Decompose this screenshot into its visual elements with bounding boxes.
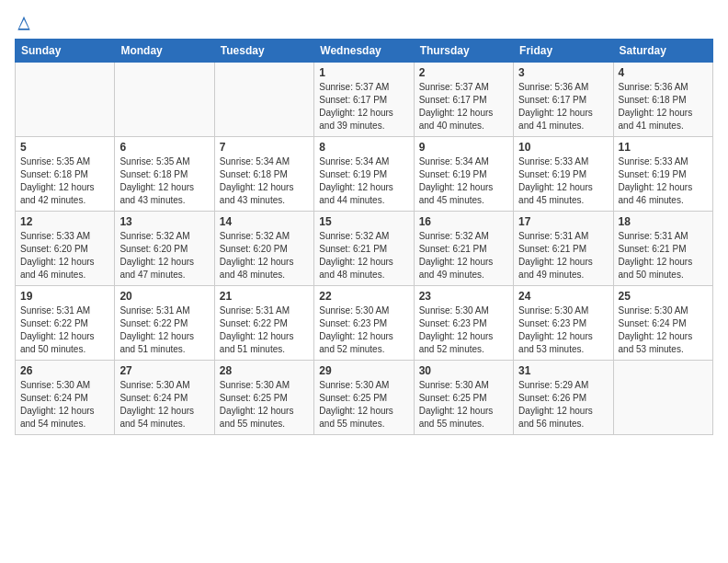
day-info: Sunrise: 5:37 AM Sunset: 6:17 PM Dayligh… xyxy=(319,81,408,132)
day-info: Sunrise: 5:34 AM Sunset: 6:19 PM Dayligh… xyxy=(319,155,408,207)
day-number: 10 xyxy=(518,141,608,154)
day-info: Sunrise: 5:31 AM Sunset: 6:21 PM Dayligh… xyxy=(518,230,608,282)
day-number: 26 xyxy=(20,364,109,377)
calendar-cell xyxy=(16,63,115,137)
day-info: Sunrise: 5:36 AM Sunset: 6:17 PM Dayligh… xyxy=(518,81,608,132)
day-info: Sunrise: 5:32 AM Sunset: 6:21 PM Dayligh… xyxy=(419,230,508,282)
day-info: Sunrise: 5:31 AM Sunset: 6:22 PM Dayligh… xyxy=(119,304,209,356)
day-info: Sunrise: 5:30 AM Sunset: 6:23 PM Dayligh… xyxy=(419,304,508,356)
calendar-week-row: 26Sunrise: 5:30 AM Sunset: 6:24 PM Dayli… xyxy=(16,361,713,435)
calendar-cell xyxy=(613,361,712,435)
day-info: Sunrise: 5:33 AM Sunset: 6:20 PM Dayligh… xyxy=(20,230,109,282)
day-number: 15 xyxy=(319,215,408,228)
day-info: Sunrise: 5:31 AM Sunset: 6:22 PM Dayligh… xyxy=(220,304,309,356)
day-info: Sunrise: 5:32 AM Sunset: 6:21 PM Dayligh… xyxy=(319,230,408,282)
header-monday: Monday xyxy=(115,40,214,63)
day-info: Sunrise: 5:34 AM Sunset: 6:18 PM Dayligh… xyxy=(220,155,309,207)
calendar-cell: 1Sunrise: 5:37 AM Sunset: 6:17 PM Daylig… xyxy=(314,63,414,137)
header-wednesday: Wednesday xyxy=(314,40,414,63)
calendar-cell: 21Sunrise: 5:31 AM Sunset: 6:22 PM Dayli… xyxy=(214,286,313,361)
day-info: Sunrise: 5:33 AM Sunset: 6:19 PM Dayligh… xyxy=(619,155,708,207)
calendar-cell: 5Sunrise: 5:35 AM Sunset: 6:18 PM Daylig… xyxy=(16,137,115,212)
calendar-cell: 14Sunrise: 5:32 AM Sunset: 6:20 PM Dayli… xyxy=(214,212,313,286)
page-header xyxy=(15,15,713,33)
day-info: Sunrise: 5:31 AM Sunset: 6:21 PM Dayligh… xyxy=(619,230,708,282)
day-number: 8 xyxy=(319,141,408,154)
calendar-cell: 31Sunrise: 5:29 AM Sunset: 6:26 PM Dayli… xyxy=(514,361,613,435)
calendar-table: SundayMondayTuesdayWednesdayThursdayFrid… xyxy=(15,39,713,435)
day-number: 17 xyxy=(518,215,608,228)
calendar-cell: 27Sunrise: 5:30 AM Sunset: 6:24 PM Dayli… xyxy=(115,361,214,435)
calendar-header-row: SundayMondayTuesdayWednesdayThursdayFrid… xyxy=(16,40,713,63)
day-number: 24 xyxy=(518,290,608,303)
day-info: Sunrise: 5:30 AM Sunset: 6:23 PM Dayligh… xyxy=(319,304,408,356)
calendar-week-row: 12Sunrise: 5:33 AM Sunset: 6:20 PM Dayli… xyxy=(16,212,713,286)
day-number: 1 xyxy=(319,66,408,79)
day-info: Sunrise: 5:30 AM Sunset: 6:24 PM Dayligh… xyxy=(20,379,109,431)
day-number: 31 xyxy=(518,364,608,377)
day-number: 28 xyxy=(220,364,309,377)
day-info: Sunrise: 5:29 AM Sunset: 6:26 PM Dayligh… xyxy=(518,379,608,431)
calendar-week-row: 1Sunrise: 5:37 AM Sunset: 6:17 PM Daylig… xyxy=(16,63,713,137)
day-number: 23 xyxy=(419,290,508,303)
logo-icon xyxy=(15,15,33,33)
calendar-cell: 7Sunrise: 5:34 AM Sunset: 6:18 PM Daylig… xyxy=(214,137,313,212)
calendar-cell: 8Sunrise: 5:34 AM Sunset: 6:19 PM Daylig… xyxy=(314,137,414,212)
calendar-cell: 13Sunrise: 5:32 AM Sunset: 6:20 PM Dayli… xyxy=(115,212,214,286)
calendar-cell: 2Sunrise: 5:37 AM Sunset: 6:17 PM Daylig… xyxy=(414,63,513,137)
day-number: 19 xyxy=(20,290,109,303)
day-number: 7 xyxy=(220,141,309,154)
day-number: 9 xyxy=(419,141,508,154)
header-sunday: Sunday xyxy=(16,40,115,63)
calendar-cell xyxy=(115,63,214,137)
calendar-cell: 12Sunrise: 5:33 AM Sunset: 6:20 PM Dayli… xyxy=(16,212,115,286)
day-number: 12 xyxy=(20,215,109,228)
day-number: 3 xyxy=(518,66,608,79)
day-number: 16 xyxy=(419,215,508,228)
day-info: Sunrise: 5:32 AM Sunset: 6:20 PM Dayligh… xyxy=(119,230,209,282)
day-number: 18 xyxy=(619,215,708,228)
calendar-cell: 16Sunrise: 5:32 AM Sunset: 6:21 PM Dayli… xyxy=(414,212,513,286)
calendar-cell: 24Sunrise: 5:30 AM Sunset: 6:23 PM Dayli… xyxy=(514,286,613,361)
day-number: 13 xyxy=(119,215,209,228)
day-number: 29 xyxy=(319,364,408,377)
calendar-cell: 4Sunrise: 5:36 AM Sunset: 6:18 PM Daylig… xyxy=(613,63,712,137)
day-info: Sunrise: 5:35 AM Sunset: 6:18 PM Dayligh… xyxy=(20,155,109,207)
day-number: 30 xyxy=(419,364,508,377)
calendar-cell: 3Sunrise: 5:36 AM Sunset: 6:17 PM Daylig… xyxy=(514,63,613,137)
calendar-cell: 20Sunrise: 5:31 AM Sunset: 6:22 PM Dayli… xyxy=(115,286,214,361)
day-info: Sunrise: 5:30 AM Sunset: 6:25 PM Dayligh… xyxy=(419,379,508,431)
day-info: Sunrise: 5:32 AM Sunset: 6:20 PM Dayligh… xyxy=(220,230,309,282)
day-info: Sunrise: 5:36 AM Sunset: 6:18 PM Dayligh… xyxy=(619,81,708,132)
header-tuesday: Tuesday xyxy=(214,40,313,63)
calendar-cell: 15Sunrise: 5:32 AM Sunset: 6:21 PM Dayli… xyxy=(314,212,414,286)
day-number: 27 xyxy=(119,364,209,377)
day-info: Sunrise: 5:30 AM Sunset: 6:25 PM Dayligh… xyxy=(319,379,408,431)
calendar-week-row: 5Sunrise: 5:35 AM Sunset: 6:18 PM Daylig… xyxy=(16,137,713,212)
day-number: 22 xyxy=(319,290,408,303)
calendar-cell: 17Sunrise: 5:31 AM Sunset: 6:21 PM Dayli… xyxy=(514,212,613,286)
day-number: 11 xyxy=(619,141,708,154)
calendar-cell: 29Sunrise: 5:30 AM Sunset: 6:25 PM Dayli… xyxy=(314,361,414,435)
calendar-cell: 30Sunrise: 5:30 AM Sunset: 6:25 PM Dayli… xyxy=(414,361,513,435)
day-info: Sunrise: 5:30 AM Sunset: 6:24 PM Dayligh… xyxy=(619,304,708,356)
day-info: Sunrise: 5:30 AM Sunset: 6:25 PM Dayligh… xyxy=(220,379,309,431)
calendar-cell xyxy=(214,63,313,137)
calendar-cell: 9Sunrise: 5:34 AM Sunset: 6:19 PM Daylig… xyxy=(414,137,513,212)
calendar-cell: 10Sunrise: 5:33 AM Sunset: 6:19 PM Dayli… xyxy=(514,137,613,212)
calendar-cell: 19Sunrise: 5:31 AM Sunset: 6:22 PM Dayli… xyxy=(16,286,115,361)
day-number: 25 xyxy=(619,290,708,303)
calendar-cell: 25Sunrise: 5:30 AM Sunset: 6:24 PM Dayli… xyxy=(613,286,712,361)
calendar-cell: 18Sunrise: 5:31 AM Sunset: 6:21 PM Dayli… xyxy=(613,212,712,286)
day-info: Sunrise: 5:37 AM Sunset: 6:17 PM Dayligh… xyxy=(419,81,508,132)
calendar-cell: 22Sunrise: 5:30 AM Sunset: 6:23 PM Dayli… xyxy=(314,286,414,361)
day-number: 14 xyxy=(220,215,309,228)
calendar-cell: 28Sunrise: 5:30 AM Sunset: 6:25 PM Dayli… xyxy=(214,361,313,435)
calendar-cell: 26Sunrise: 5:30 AM Sunset: 6:24 PM Dayli… xyxy=(16,361,115,435)
calendar-cell: 11Sunrise: 5:33 AM Sunset: 6:19 PM Dayli… xyxy=(613,137,712,212)
day-info: Sunrise: 5:31 AM Sunset: 6:22 PM Dayligh… xyxy=(20,304,109,356)
header-saturday: Saturday xyxy=(613,40,712,63)
day-info: Sunrise: 5:33 AM Sunset: 6:19 PM Dayligh… xyxy=(518,155,608,207)
day-info: Sunrise: 5:30 AM Sunset: 6:23 PM Dayligh… xyxy=(518,304,608,356)
day-number: 4 xyxy=(619,66,708,79)
